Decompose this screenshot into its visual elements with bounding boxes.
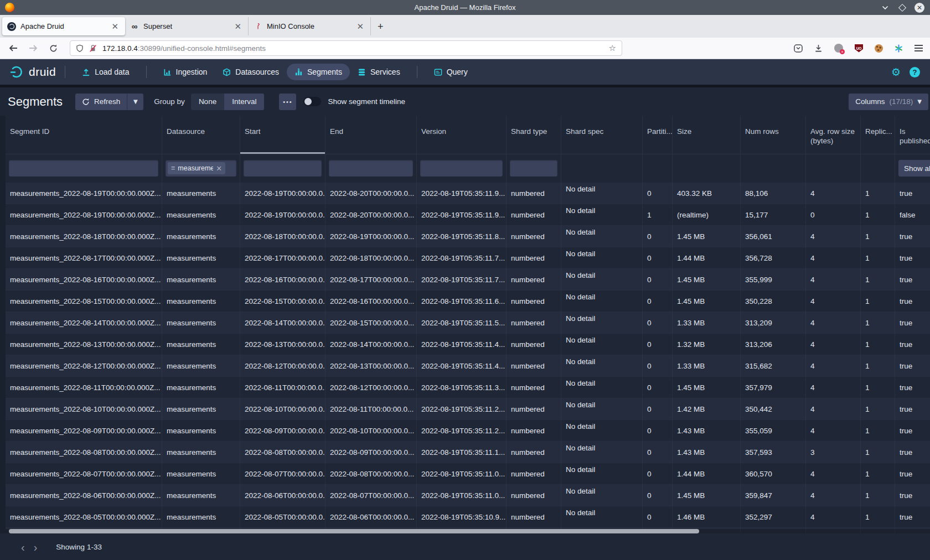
cell-shard_spec: No detail: [561, 183, 643, 204]
filter-cell-avg_row_size: [806, 154, 861, 183]
column-header-avg_row_size[interactable]: Avg. row size (bytes): [806, 116, 861, 154]
filter-input-shard_type[interactable]: [510, 160, 557, 177]
cell-size: 1.46 MB: [673, 506, 741, 527]
tab-close-icon[interactable]: ✕: [355, 22, 365, 30]
cell-partition: 1: [643, 204, 673, 225]
cell-is_published: true: [895, 355, 930, 376]
is-published-filter-button[interactable]: Show all: [898, 160, 930, 177]
cell-num_rows: 313,206: [741, 334, 806, 355]
column-header-is_published[interactable]: Is published: [895, 116, 930, 154]
menu-icon[interactable]: [914, 45, 923, 51]
tab-apache-druid[interactable]: Apache Druid ✕: [2, 17, 125, 35]
druid-logo[interactable]: druid: [10, 65, 56, 79]
cell-partition: 0: [643, 506, 673, 527]
nav-load-data[interactable]: Load data: [74, 64, 137, 80]
extensions-icon[interactable]: [834, 44, 843, 53]
next-page-button[interactable]: ›: [29, 542, 42, 553]
cell-id: measurements_2022-08-19T00:00:00.000Z...: [6, 204, 162, 225]
filter-input-datasource[interactable]: =measurements✕: [166, 160, 236, 177]
horizontal-scrollbar[interactable]: [6, 529, 930, 533]
cell-avg_row_size: 4: [806, 377, 861, 398]
toolbar-icons: UO: [794, 44, 923, 53]
cookie-icon[interactable]: [875, 44, 883, 53]
download-icon[interactable]: [814, 44, 823, 53]
url-bar[interactable]: 172.18.0.4:30899/unified-console.html#se…: [70, 40, 622, 56]
cell-num_rows: 88,106: [741, 183, 806, 204]
prev-page-button[interactable]: ‹: [17, 542, 29, 553]
refresh-button[interactable]: Refresh: [75, 94, 127, 110]
filter-input-version[interactable]: [420, 160, 503, 177]
column-header-start[interactable]: Start: [240, 116, 326, 154]
column-header-num_rows[interactable]: Num rows: [741, 116, 806, 154]
timeline-toggle[interactable]: [303, 97, 321, 106]
column-header-shard_type[interactable]: Shard type: [507, 116, 561, 154]
cell-version: 2022-08-19T05:35:11.4...: [417, 334, 507, 355]
column-header-id[interactable]: Segment ID: [6, 116, 162, 154]
nav-segments[interactable]: Segments: [287, 64, 350, 80]
cell-end: 2022-08-19T00:00:00.0...: [326, 226, 417, 247]
close-icon[interactable]: ✕: [914, 3, 924, 13]
cell-start: 2022-08-15T00:00:00.0...: [240, 291, 326, 312]
tab-close-icon[interactable]: ✕: [232, 22, 243, 30]
scrollbar-thumb[interactable]: [9, 529, 699, 533]
segment-row: measurements_2022-08-18T00:00:00.000Z...…: [6, 226, 930, 247]
column-header-replication[interactable]: Replic...: [861, 116, 895, 154]
cell-id: measurements_2022-08-12T00:00:00.000Z...: [6, 355, 162, 376]
cell-shard_type: numbered: [507, 398, 561, 419]
druid-logo-icon: [10, 65, 24, 79]
column-header-size[interactable]: Size: [673, 116, 741, 154]
cell-avg_row_size: 4: [806, 247, 861, 268]
settings-gear-icon[interactable]: ⚙: [891, 67, 901, 77]
datasource-filter-chip[interactable]: =measurements✕: [168, 162, 225, 174]
nav-services[interactable]: Services: [350, 64, 408, 80]
back-button[interactable]: [8, 43, 19, 54]
bookmark-star-icon[interactable]: ☆: [609, 43, 616, 53]
tracking-shield-icon[interactable]: [76, 44, 84, 53]
cell-shard_type: numbered: [507, 204, 561, 225]
column-header-end[interactable]: End: [326, 116, 417, 154]
column-header-shard_spec[interactable]: Shard spec: [561, 116, 643, 154]
cell-shard_spec: No detail: [561, 312, 643, 333]
cell-num_rows: 359,847: [741, 485, 806, 506]
nav-query[interactable]: Query: [426, 64, 476, 80]
cell-is_published: true: [895, 334, 930, 355]
ublock-icon[interactable]: UO: [855, 44, 863, 53]
column-header-partition[interactable]: Partiti...: [643, 116, 673, 154]
tab-close-icon[interactable]: ✕: [110, 22, 120, 30]
pocket-icon[interactable]: [794, 44, 803, 53]
tab-minio-console[interactable]: MinIO Console ✕: [248, 17, 371, 35]
group-by-none-button[interactable]: None: [191, 94, 224, 110]
remove-filter-icon[interactable]: ✕: [216, 164, 222, 173]
tab-superset[interactable]: ∞ Superset ✕: [125, 17, 248, 35]
cell-shard_type: numbered: [507, 485, 561, 506]
filter-input-end[interactable]: [329, 160, 413, 177]
reload-button[interactable]: [48, 43, 59, 54]
insecure-lock-icon[interactable]: [89, 44, 97, 53]
new-tab-button[interactable]: +: [371, 22, 390, 32]
filter-input-id[interactable]: [9, 160, 158, 177]
more-options-button[interactable]: •••: [279, 94, 296, 110]
filter-cell-partition: [643, 154, 673, 183]
cell-shard_spec: No detail: [561, 291, 643, 312]
cell-avg_row_size: 4: [806, 355, 861, 376]
cell-replication: 1: [861, 269, 895, 290]
maximize-icon[interactable]: [897, 3, 907, 13]
window-controls: ✕: [880, 3, 924, 13]
group-by-interval-button[interactable]: Interval: [224, 94, 264, 110]
minimize-icon[interactable]: [880, 3, 890, 13]
nav-ingestion[interactable]: Ingestion: [156, 64, 215, 80]
showing-count: Showing 1-33: [56, 543, 102, 551]
column-header-datasource[interactable]: Datasource: [162, 116, 240, 154]
cell-id: measurements_2022-08-06T00:00:00.000Z...: [6, 485, 162, 506]
cell-start: 2022-08-12T00:00:00.0...: [240, 355, 326, 376]
help-icon[interactable]: ?: [910, 67, 920, 77]
nav-datasources[interactable]: Datasources: [215, 64, 287, 80]
addon-asterisk-icon[interactable]: [895, 44, 903, 53]
columns-button[interactable]: Columns (17/18) ▼: [849, 94, 928, 110]
cell-version: 2022-08-19T05:35:10.9...: [417, 506, 507, 527]
forward-button[interactable]: [28, 43, 39, 54]
filter-input-start[interactable]: [244, 160, 322, 177]
chevron-down-icon: ▼: [917, 98, 922, 105]
column-header-version[interactable]: Version: [417, 116, 507, 154]
refresh-dropdown-button[interactable]: ▼: [127, 94, 143, 110]
